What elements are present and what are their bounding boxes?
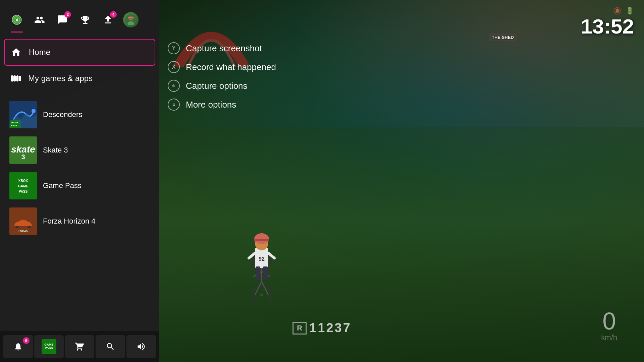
nav-items: Home My games & apps	[0, 34, 159, 331]
svg-text:𝗫: 𝗫	[15, 18, 19, 22]
notifications-badge: 6	[23, 337, 30, 344]
capture-options-label: Capture options	[186, 81, 248, 91]
toolbar-gamepass[interactable]: GAMEPASS	[34, 335, 64, 358]
capture-screenshot-label: Capture screenshot	[186, 43, 262, 54]
svg-rect-43	[15, 226, 19, 228]
games-apps-icon	[9, 72, 21, 84]
battery-icon: 🔋	[626, 7, 634, 15]
nav-icon-share[interactable]: 4	[98, 10, 118, 30]
toolbar-store[interactable]	[65, 335, 95, 358]
game-item-skate3[interactable]: skate 3 Skate 3	[4, 132, 155, 168]
svg-rect-16	[256, 266, 260, 280]
svg-text:3: 3	[21, 153, 25, 161]
nav-icon-friends[interactable]	[30, 10, 50, 30]
home-label: Home	[29, 48, 50, 57]
svg-rect-44	[28, 226, 31, 228]
gamepass-thumb: XBOX GAME PASS	[9, 172, 37, 199]
top-nav: 𝗫 2 4	[0, 0, 159, 34]
clock-area: 🔕 🔋 13:52	[581, 7, 634, 37]
sidebar: 𝗫 2 4	[0, 0, 159, 362]
context-more-options[interactable]: ≡ More options	[168, 97, 276, 113]
context-capture-options[interactable]: ⊕ Capture options	[168, 78, 276, 94]
home-icon	[10, 46, 22, 58]
nav-item-games-apps[interactable]: My games & apps	[4, 66, 155, 91]
speedometer: 0 km/h	[601, 309, 617, 342]
grass-overlay	[134, 127, 644, 362]
mute-icon: 🔕	[613, 7, 622, 15]
score-number: 11237	[309, 321, 352, 335]
context-record-happened[interactable]: X Record what happened	[168, 59, 276, 75]
y-button-icon: Y	[168, 42, 180, 54]
messages-badge: 2	[64, 11, 71, 18]
clock-time: 13:52	[581, 16, 634, 37]
forza-thumb: FORZA	[9, 207, 37, 235]
share-badge: 4	[110, 11, 117, 18]
nav-item-home[interactable]: Home	[4, 39, 155, 66]
background-building: THE SHED	[489, 34, 517, 41]
svg-point-1	[260, 294, 263, 296]
record-happened-label: Record what happened	[186, 62, 276, 72]
nav-icon-achievements[interactable]	[75, 10, 95, 30]
game-item-descenders[interactable]: GAME PASS Descenders	[4, 97, 155, 132]
speed-value: 0	[601, 309, 617, 333]
nav-icon-xbox[interactable]: 𝗫	[7, 10, 27, 30]
lb-button-icon: ⊕	[168, 80, 180, 92]
skate3-thumb: skate 3	[9, 136, 37, 164]
descenders-label: Descenders	[43, 110, 82, 119]
svg-text:GAME: GAME	[18, 184, 28, 188]
svg-text:92: 92	[259, 256, 265, 262]
svg-text:FORZA: FORZA	[18, 229, 28, 232]
bottom-toolbar: 6 GAMEPASS	[0, 331, 159, 362]
game-item-gamepass[interactable]: XBOX GAME PASS Game Pass	[4, 168, 155, 203]
skate3-label: Skate 3	[43, 146, 68, 155]
svg-rect-13	[254, 239, 269, 241]
nav-icon-profile[interactable]	[121, 10, 141, 30]
toolbar-notifications[interactable]: 6	[3, 335, 33, 358]
context-menu: Y Capture screenshot X Record what happe…	[168, 40, 276, 113]
descenders-thumb: GAME PASS	[9, 101, 37, 128]
svg-point-31	[32, 109, 36, 113]
nav-divider	[9, 94, 150, 94]
score-display: R 11237	[292, 321, 352, 335]
menu-button-icon: ≡	[168, 99, 180, 111]
svg-text:PASS: PASS	[19, 190, 28, 193]
game-item-forza[interactable]: FORZA Forza Horizon 4	[4, 203, 155, 239]
game-character: 92	[235, 215, 288, 302]
status-icons: 🔕 🔋	[581, 7, 634, 15]
toolbar-search[interactable]	[96, 335, 125, 358]
svg-text:XBOX: XBOX	[18, 179, 28, 183]
svg-text:PASS: PASS	[13, 124, 18, 126]
context-capture-screenshot[interactable]: Y Capture screenshot	[168, 40, 276, 56]
speed-unit: km/h	[601, 333, 617, 342]
more-options-label: More options	[186, 100, 236, 110]
svg-rect-25	[127, 18, 134, 19]
avatar	[123, 12, 139, 27]
toolbar-volume[interactable]	[126, 335, 156, 358]
svg-rect-17	[263, 266, 268, 280]
svg-rect-27	[13, 76, 14, 81]
score-badge: R	[292, 322, 307, 335]
forza-label: Forza Horizon 4	[43, 217, 96, 226]
nav-icon-messages[interactable]: 2	[52, 10, 72, 30]
svg-text:GAME: GAME	[13, 122, 18, 124]
svg-rect-28	[15, 76, 16, 81]
x-button-icon: X	[168, 61, 180, 73]
gamepass-label: Game Pass	[43, 181, 82, 190]
games-apps-label: My games & apps	[28, 74, 93, 83]
